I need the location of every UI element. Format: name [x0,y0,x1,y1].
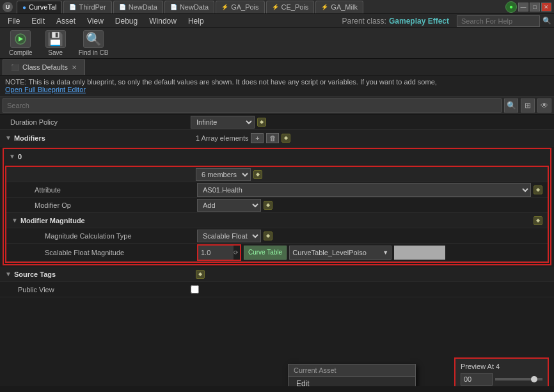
attribute-pin: ◆ [534,185,542,194]
members-row: 6 members ◆ [6,167,548,182]
editor-tabbar: ⬛ Class Defaults ✕ [0,59,554,75]
tab-thirdper[interactable]: 📄 ThirdPer [63,1,111,13]
minimize-button[interactable]: — [518,3,528,12]
modifier-op-pin: ◆ [264,201,273,210]
toolbar: Compile 💾 Save 🔍 Find in CB [0,28,554,59]
search-input[interactable] [3,98,502,113]
save-icon: 💾 [45,30,66,48]
delete-array-button[interactable]: 🗑 [266,133,279,143]
modifier-op-select[interactable]: Add [197,199,261,212]
search-bar: 🔍 ⊞ 👁 [0,97,554,114]
duration-policy-row: Duration Policy Infinite ◆ [0,114,554,130]
curve-table-button[interactable]: Curve Table [244,246,287,260]
class-defaults-tab[interactable]: ⬛ Class Defaults ✕ [3,59,85,75]
duration-pin-badge: ◆ [257,118,266,127]
scalable-float-input-container: ⟳ [197,244,241,261]
network-icon: ● [505,1,517,13]
context-edit[interactable]: Edit [289,377,415,386]
menu-view[interactable]: View [82,15,109,27]
members-container: 6 members ◆ Attribute AS01.Health ◆ Modi… [5,166,549,263]
open-blueprint-link[interactable]: Open Full Blueprint Editor [5,86,86,93]
modifiers-label: Modifiers [14,134,193,142]
magnitude-calc-select[interactable]: Scalable Float [197,230,261,242]
public-view-checkbox-area [191,285,549,294]
preview-title: Preview At 4 [461,363,542,370]
search-help-icon: 🔍 [542,17,551,25]
save-button[interactable]: 💾 Save [42,29,70,58]
curve-dropdown-arrow: ▼ [383,249,388,256]
preview-at-4-box: Preview At 4 [454,357,549,386]
tab-newdata1[interactable]: 📄 NewData [113,1,163,13]
save-label: Save [48,49,63,56]
eye-button[interactable]: 👁 [537,98,551,113]
menu-window[interactable]: Window [144,15,182,27]
curve-table-dropdown[interactable]: CurveTable_LevelPoiso ▼ [289,246,392,260]
window-controls: ● — □ ✕ [505,1,551,13]
context-menu-header: Current Asset [289,365,415,377]
input-spin-icon: ⟳ [233,249,240,256]
parent-class-label: Parent class: [342,17,386,26]
magnitude-calc-label: Magnitude Calculation Type [12,232,197,240]
titlebar-tabs: U ● CurveTal 📄 ThirdPer 📄 NewData 📄 NewD… [3,1,363,13]
preview-input-row [461,373,542,386]
modifiers-section: ▼ Modifiers 1 Array elements + 🗑 ◆ [0,130,554,146]
parent-class-value: Gameplay Effect [389,17,449,26]
public-view-row: Public View [0,282,554,297]
curve-preview-thumbnail [394,246,445,260]
info-banner: NOTE: This is a data only blueprint, so … [0,75,554,97]
tab-close-icon[interactable]: ✕ [72,64,77,71]
modifier-magnitude-label: Modifier Magnitude [20,217,85,224]
find-icon: 🔍 [83,30,104,48]
find-label: Find in CB [79,49,109,56]
tab-gapois[interactable]: ⚡ GA_Pois [216,1,264,13]
preview-value-input[interactable] [461,373,493,386]
menu-help[interactable]: Help [183,15,209,27]
attribute-value-area: AS01.Health ◆ [197,183,542,197]
find-in-cb-button[interactable]: 🔍 Find in CB [75,29,113,58]
members-pin: ◆ [253,170,262,179]
scalable-float-row: Scalable Float Magnitude ⟳ Curve Table C… [6,244,548,262]
index0-label: 0 [18,153,197,161]
grid-view-button[interactable]: ⊞ [521,98,535,113]
modifier-op-row: Modifier Op Add ◆ [6,198,548,213]
magnitude-calc-row: Magnitude Calculation Type Scalable Floa… [6,228,548,244]
preview-slider[interactable] [495,378,542,380]
close-button[interactable]: ✕ [541,3,551,12]
public-view-checkbox[interactable] [191,285,199,294]
magnitude-collapse[interactable]: ▼ [12,217,18,224]
context-menu: Current Asset Edit Copy Paste Clear Brow… [288,364,416,386]
scalable-float-input[interactable] [198,246,233,260]
scalable-float-label: Scalable Float Magnitude [12,249,197,256]
menu-asset[interactable]: Asset [51,15,81,27]
tab-gamilk[interactable]: ⚡ GA_Milk [315,1,363,13]
menu-edit[interactable]: Edit [26,15,50,27]
duration-policy-label: Duration Policy [5,118,191,126]
search-button[interactable]: 🔍 [504,98,518,113]
duration-policy-select[interactable]: Infinite [191,116,255,129]
attribute-select[interactable]: AS01.Health [197,183,531,197]
compile-label: Compile [9,49,33,56]
magnitude-calc-pin: ◆ [264,231,273,240]
add-array-button[interactable]: + [251,133,264,143]
menu-debug[interactable]: Debug [110,15,143,27]
class-defaults-label: Class Defaults [22,63,68,71]
source-tags-collapse[interactable]: ▼ [5,270,12,278]
tab-curvetatl[interactable]: ● CurveTal [17,1,62,13]
search-help-input[interactable] [457,15,540,27]
compile-button[interactable]: Compile [5,29,36,58]
modifiers-pin: ◆ [281,134,290,143]
tab-cepois[interactable]: ⚡ CE_Pois [266,1,315,13]
maximize-button[interactable]: □ [530,3,540,12]
main-content: Duration Policy Infinite ◆ ▼ Modifiers 1… [0,114,554,386]
index0-collapse[interactable]: ▼ [9,153,15,160]
members-select[interactable]: 6 members [196,168,251,181]
modifiers-collapse-icon[interactable]: ▼ [5,134,12,141]
modifiers-array-label: 1 Array elements [196,134,249,142]
titlebar: U ● CurveTal 📄 ThirdPer 📄 NewData 📄 NewD… [0,0,554,14]
menu-file[interactable]: File [3,15,25,27]
source-tags-section: ▼ Source Tags ◆ [0,267,554,282]
magnitude-pin: ◆ [534,216,542,225]
tab-newdata2[interactable]: 📄 NewData [164,1,214,13]
modifier-0-container: ▼ 0 6 members ◆ Attribute AS01.Health ◆ [3,148,551,265]
menubar: File Edit Asset View Debug Window Help P… [0,14,554,28]
